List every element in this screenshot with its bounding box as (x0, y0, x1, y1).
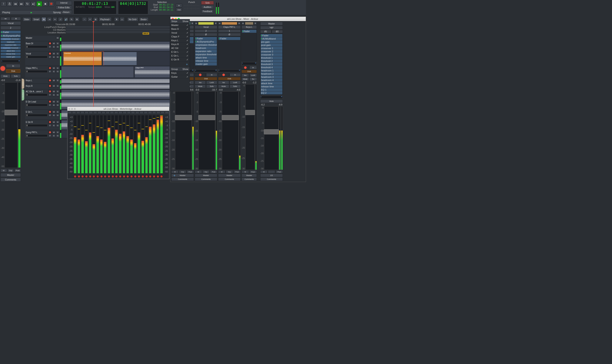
strip-close-icon[interactable]: ✕ (254, 22, 257, 25)
track-rec-button[interactable] (48, 100, 52, 103)
fader[interactable]: -0-3-5-10-15-18-20-25-30 .mt::after{heig… (260, 106, 283, 170)
meter-rec-button[interactable] (96, 175, 99, 178)
follow-edits-button[interactable]: Follow Edits (56, 6, 72, 10)
comments-button[interactable]: Comments (171, 178, 194, 181)
track-lane[interactable] (61, 78, 170, 84)
plugin-item[interactable]: headroom 4 (261, 79, 282, 82)
track-header[interactable]: AC Gtr A…unce-1MS PAG (25, 89, 60, 99)
output-button[interactable]: Master (195, 174, 217, 177)
grab-tool[interactable]: ✥ (41, 17, 46, 22)
meter-rec-button[interactable] (103, 175, 107, 178)
mixer-titlebar[interactable]: a4-Live-Show - Mixer - Ardour (170, 17, 306, 21)
plugin-item[interactable]: attack time (261, 82, 282, 85)
strip-width-icon[interactable]: ⇔ (242, 22, 245, 25)
track-mute-button[interactable]: M (52, 79, 55, 82)
param[interactable]: attack time (0, 50, 21, 52)
strip-row[interactable]: Keys L✓ (170, 39, 190, 42)
track-header[interactable]: Keys LMS (25, 78, 60, 84)
plugin-box[interactable]: Fader (218, 37, 241, 68)
punch-in-button[interactable]: In (176, 4, 182, 7)
plugin-item[interactable]: threshold 2 (261, 60, 282, 63)
grid-dropdown[interactable]: No Grid (127, 17, 138, 22)
meter-rec-button[interactable] (111, 175, 114, 178)
strip-row[interactable]: Claps F✓ (170, 35, 190, 39)
param[interactable]: headroom (0, 41, 21, 43)
track-mute-button[interactable]: M (56, 36, 59, 39)
param[interactable]: expansion threshold (0, 47, 21, 49)
strip-close-icon[interactable]: ✕ (238, 22, 241, 25)
group-tab-keys[interactable]: Keys (22, 79, 24, 89)
meter-rec-button[interactable] (122, 175, 126, 178)
track-solo-button[interactable]: S (56, 42, 59, 45)
track-rec-button[interactable] (48, 110, 52, 113)
plugin-box[interactable]: FaderAUMultibandpre-gainpost-gaincrossov… (260, 34, 283, 95)
strip-width-icon[interactable]: ⇔ (195, 22, 198, 25)
panner[interactable] (1, 60, 20, 63)
secondary-clock[interactable]: 044|03|1732 (118, 1, 148, 14)
meter-rec-button[interactable] (145, 175, 148, 178)
plugin-item[interactable]: EQ 2 (261, 91, 282, 94)
disk-button[interactable]: Disk (6, 69, 20, 73)
stretch-tool[interactable]: ⤢ (58, 17, 63, 22)
range-tool[interactable]: ⇥ (47, 17, 52, 22)
track-rec-button[interactable] (48, 120, 52, 124)
plugin-item[interactable]: Fader (242, 30, 257, 33)
plugin-box[interactable]: Fader (242, 29, 257, 61)
goto-end-button[interactable]: ⏭ (19, 1, 24, 6)
solo-marker[interactable]: SOLO (143, 32, 149, 35)
comments-button[interactable]: Comments (242, 178, 257, 181)
goto-start-button[interactable]: ⏮ (13, 1, 18, 6)
audition-tool[interactable]: 🔊 (64, 17, 68, 22)
meter-rec-button[interactable] (149, 175, 152, 178)
meter-rec-button[interactable] (73, 175, 77, 178)
plugin-item[interactable]: master gain (195, 63, 217, 65)
track-shrink-button[interactable]: ⬍ (114, 17, 119, 22)
add-strip-button[interactable]: + (170, 62, 190, 67)
strip-name[interactable]: Master (260, 22, 283, 26)
plugin-item[interactable]: crossover 3 (261, 53, 282, 56)
track-lane[interactable] (61, 36, 170, 41)
track-mute-button[interactable]: M (52, 90, 55, 93)
output-button[interactable]: Master (218, 174, 241, 177)
meter-rec-button[interactable] (126, 175, 129, 178)
track-header[interactable]: Bass DIMS PAG (25, 41, 60, 51)
group-button[interactable]: Grp (7, 169, 14, 172)
strip-row[interactable]: E Gtr L✓ (170, 54, 190, 58)
audition-alert-button[interactable]: Audition (201, 5, 214, 9)
metronome-button[interactable] (7, 1, 12, 6)
plugin-item[interactable]: Fader (195, 37, 217, 40)
track-rec-button[interactable] (48, 79, 52, 82)
track-rec-button[interactable] (48, 42, 52, 45)
meter-rec-button[interactable] (134, 175, 137, 178)
track-header[interactable]: E Gtr RMS PAG (25, 120, 60, 130)
plugin-item[interactable]: attack time (195, 56, 217, 59)
track-mute-button[interactable]: M (52, 52, 55, 55)
track-expand-button[interactable]: ▭ (120, 17, 124, 22)
meter-rec-button[interactable] (89, 175, 92, 178)
track-mute-button[interactable]: M (52, 100, 55, 103)
fader[interactable]: -0-3-5-10-15-18-20-25-30 .mt::after{heig… (171, 91, 194, 170)
comments-button[interactable]: Comments (195, 178, 217, 181)
fader[interactable]: -0-3-5-10-15-18-20-25-30 .mt::after{heig… (242, 84, 257, 170)
track-rec-button[interactable] (48, 66, 52, 69)
group-row[interactable]: Guitar✓ (170, 75, 190, 79)
fader[interactable]: ----3-10-15-18-20-25-30-40-50 (0, 82, 21, 168)
strip-name[interactable]: Keys L (242, 25, 257, 29)
play-button[interactable]: ▶ (37, 1, 42, 6)
track-mute-button[interactable]: M (52, 131, 55, 134)
comments-button[interactable]: Comments (218, 178, 241, 181)
fader[interactable]: -0-3-5-10-15-18-20-25-30 .mt::after{heig… (195, 91, 217, 170)
strip-row[interactable]: Keys R✓ (170, 42, 190, 46)
primary-clock[interactable]: 00:01:27:13 INT/MTCTempo 120.0Meter 4/4 (74, 1, 116, 14)
plugin-item[interactable]: threshold 4 (261, 66, 282, 69)
strip-close-icon[interactable]: ✕ (191, 22, 194, 25)
track-rec-button[interactable] (48, 84, 52, 87)
track-solo-button[interactable]: S (56, 100, 59, 103)
track-rec-button[interactable] (48, 90, 52, 93)
strip-plugins[interactable]: Fader AUDynamicsPro ompression threshold… (0, 30, 21, 58)
strip-row[interactable]: Bass D✓ (170, 27, 190, 31)
panner[interactable] (260, 96, 283, 99)
param[interactable]: expansion ratio (0, 44, 21, 46)
track-header[interactable]: E Gtr LMS PAG (25, 110, 60, 120)
track-mute-button[interactable]: M (52, 120, 55, 124)
